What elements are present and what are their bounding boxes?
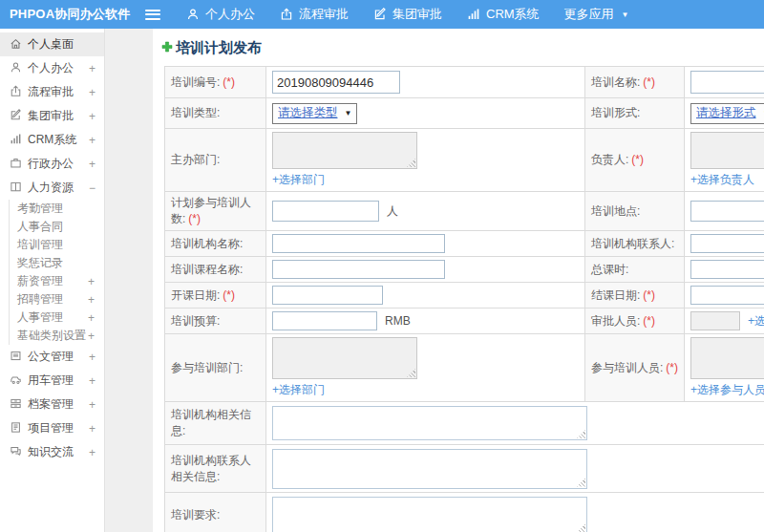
archive-icon xyxy=(10,397,28,413)
sidebar-subitem-personnel-mgmt[interactable]: 人事管理+ xyxy=(17,309,104,327)
user-icon xyxy=(10,61,28,76)
sidebar-subitem-hr-contract[interactable]: 人事合同 xyxy=(17,218,104,236)
required-mark: (*) xyxy=(643,314,655,328)
start-date-input[interactable] xyxy=(272,286,383,305)
leader-textarea[interactable] xyxy=(690,132,764,169)
sidebar-item-admin-office[interactable]: 行政办公 + xyxy=(0,152,104,176)
course-name-input[interactable] xyxy=(272,260,445,279)
sidebar-item-crm[interactable]: CRM系统 + xyxy=(0,128,104,152)
expand-plus-icon[interactable]: + xyxy=(89,86,96,99)
sidebar-subitem-recruit-mgmt[interactable]: 招聘管理+ xyxy=(17,290,104,309)
org-contact-info-textarea[interactable] xyxy=(272,449,587,489)
sidebar-item-project-mgmt[interactable]: 项目管理 + xyxy=(0,416,104,440)
sidebar-item-personal-office[interactable]: 个人办公 + xyxy=(0,56,104,80)
sidebar-subitem-salary-mgmt[interactable]: 薪资管理+ xyxy=(17,272,104,290)
requirement-textarea[interactable] xyxy=(272,497,587,532)
form-row: 培训机构相关信息: xyxy=(165,402,764,445)
collapse-minus-icon[interactable]: − xyxy=(89,181,96,195)
expand-plus-icon[interactable]: + xyxy=(88,311,104,325)
select-dept-link[interactable]: +选择部门 xyxy=(272,172,579,188)
page-header: 培训计划发布 xyxy=(153,29,764,66)
topnav-label: 个人办公 xyxy=(205,6,255,23)
expand-plus-icon[interactable]: + xyxy=(89,374,96,388)
sidebar: 个人桌面 个人办公 + 流程审批 + 集团审批 + CRM系统 + 行政办公 +… xyxy=(0,29,105,532)
expand-plus-icon[interactable]: + xyxy=(89,446,96,459)
training-no-input[interactable] xyxy=(272,71,400,94)
sidebar-subitem-attendance[interactable]: 考勤管理 xyxy=(17,200,104,218)
planned-count-input[interactable] xyxy=(272,201,379,222)
expand-plus-icon[interactable]: + xyxy=(89,134,96,147)
app-logo: PHPOA协同办公软件 xyxy=(0,6,141,23)
org-info-textarea[interactable] xyxy=(272,406,587,440)
sidebar-subitem-base-category[interactable]: 基础类别设置+ xyxy=(17,327,104,345)
required-mark: (*) xyxy=(223,75,235,89)
sidebar-item-document-mgmt[interactable]: 公文管理 + xyxy=(0,345,104,369)
expand-plus-icon[interactable]: + xyxy=(89,398,96,412)
budget-unit-label: RMB xyxy=(385,314,411,328)
org-contact-input[interactable] xyxy=(690,234,764,253)
end-date-input[interactable] xyxy=(690,286,764,305)
topnav-label: 流程审批 xyxy=(299,6,349,23)
topnav-group-approval[interactable]: 集团审批 xyxy=(361,0,455,29)
briefcase-icon xyxy=(10,157,28,172)
approver-box[interactable] xyxy=(690,311,740,330)
edit-square-icon xyxy=(10,109,28,124)
expand-plus-icon[interactable]: + xyxy=(89,110,96,123)
hr-book-icon xyxy=(10,181,28,196)
field-label-org-contact: 培训机构联系人: xyxy=(591,237,674,250)
required-mark: (*) xyxy=(643,75,655,89)
topnav-crm[interactable]: CRM系统 xyxy=(455,0,552,29)
topnav-label: CRM系统 xyxy=(486,6,540,23)
join-staff-textarea[interactable] xyxy=(690,337,764,379)
total-hours-input[interactable] xyxy=(690,260,764,279)
training-type-select[interactable]: 请选择类型▼ xyxy=(272,103,357,124)
select-approver-link[interactable]: +选择审批人员 xyxy=(748,313,764,330)
topnav-personal-office[interactable]: 个人办公 xyxy=(174,0,267,29)
field-label-org-contact-info: 培训机构联系人相关信息: xyxy=(171,454,251,483)
expand-plus-icon[interactable]: + xyxy=(89,158,96,171)
sidebar-item-group-approval[interactable]: 集团审批 + xyxy=(0,104,104,128)
sidebar-item-hr[interactable]: 人力资源 − xyxy=(0,176,104,200)
join-dept-textarea[interactable] xyxy=(272,337,417,379)
sidebar-item-knowledge-exchange[interactable]: 知识交流 + xyxy=(0,440,104,464)
chat-icon xyxy=(10,445,28,460)
expand-plus-icon[interactable]: + xyxy=(88,275,104,288)
required-mark: (*) xyxy=(223,288,235,302)
expand-plus-icon[interactable]: + xyxy=(89,62,96,75)
field-label-budget: 培训预算: xyxy=(171,314,220,328)
expand-plus-icon[interactable]: + xyxy=(88,330,104,343)
training-place-input[interactable] xyxy=(690,201,764,222)
sidebar-item-personal-desktop[interactable]: 个人桌面 xyxy=(0,32,104,56)
topnav-more-apps[interactable]: 更多应用 ▼ xyxy=(552,0,642,29)
sidebar-subitem-reward-record[interactable]: 奖惩记录 xyxy=(17,254,104,272)
page-title: 培训计划发布 xyxy=(176,39,262,57)
training-plan-form: 培训编号:(*) 培训名称:(*) 培训类型: 请选择类型▼ 培训形式: 请选择… xyxy=(164,66,764,532)
select-join-staff-link[interactable]: +选择参与人员 xyxy=(690,382,764,398)
expand-plus-icon[interactable]: + xyxy=(89,422,96,436)
form-row: 开课日期:(*) 结课日期:(*) xyxy=(165,283,764,309)
sidebar-item-flow-approval[interactable]: 流程审批 + xyxy=(0,80,104,104)
field-label-course-name: 培训课程名称: xyxy=(171,263,243,276)
required-mark: (*) xyxy=(643,288,655,302)
topnav-flow-approval[interactable]: 流程审批 xyxy=(267,0,361,29)
select-leader-link[interactable]: +选择负责人 xyxy=(690,172,764,188)
green-plus-icon xyxy=(161,41,173,55)
sidebar-item-archive-mgmt[interactable]: 档案管理 + xyxy=(0,393,104,416)
vehicle-icon xyxy=(10,373,28,389)
hamburger-menu-icon[interactable] xyxy=(145,10,160,20)
form-row: 培训机构联系人相关信息: xyxy=(165,445,764,493)
form-row: 培训机构名称: 培训机构联系人: xyxy=(165,231,764,257)
expand-plus-icon[interactable]: + xyxy=(88,293,104,307)
flow-approval-icon xyxy=(10,85,28,100)
select-join-dept-link[interactable]: +选择部门 xyxy=(272,382,579,398)
org-name-input[interactable] xyxy=(272,234,445,253)
sidebar-item-vehicle-mgmt[interactable]: 用车管理 + xyxy=(0,369,104,393)
form-row: 主办部门: +选择部门 负责人:(*) +选择负责人 xyxy=(165,129,764,192)
host-dept-textarea[interactable] xyxy=(272,132,417,169)
training-name-input[interactable] xyxy=(690,71,764,94)
field-label-total-hours: 总课时: xyxy=(591,263,628,276)
budget-input[interactable] xyxy=(272,311,377,330)
sidebar-subitem-training-mgmt[interactable]: 培训管理 xyxy=(17,236,104,254)
training-mode-select[interactable]: 请选择形式▼ xyxy=(690,103,764,124)
expand-plus-icon[interactable]: + xyxy=(89,351,96,364)
